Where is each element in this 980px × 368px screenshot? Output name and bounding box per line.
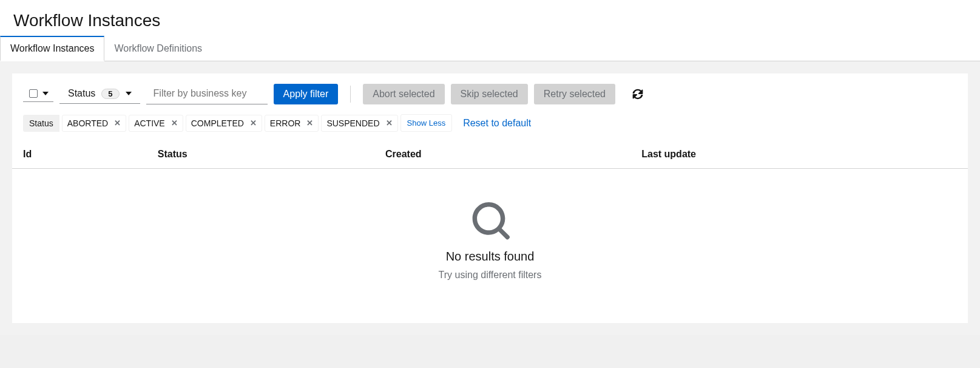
retry-selected-button[interactable]: Retry selected xyxy=(534,84,615,104)
status-filter-count-badge: 5 xyxy=(101,89,119,99)
refresh-icon[interactable] xyxy=(632,89,643,100)
chip-group-label: Status xyxy=(23,115,59,132)
skip-selected-button[interactable]: Skip selected xyxy=(451,84,528,104)
close-icon[interactable]: ✕ xyxy=(171,118,178,128)
results-table: Id Status Created Last update xyxy=(12,140,968,169)
bulk-select-dropdown[interactable] xyxy=(23,86,53,102)
chip-text: ACTIVE xyxy=(134,118,165,128)
close-icon[interactable]: ✕ xyxy=(306,118,313,128)
abort-selected-button[interactable]: Abort selected xyxy=(363,84,444,104)
toolbar-separator xyxy=(350,86,351,103)
business-key-input[interactable] xyxy=(146,83,268,104)
chip-active: ACTIVE ✕ xyxy=(129,115,183,132)
active-filter-chips: Status ABORTED ✕ ACTIVE ✕ COMPLETED ✕ E xyxy=(12,114,968,140)
chip-suspended: SUSPENDED ✕ xyxy=(321,115,397,132)
checkbox-icon xyxy=(29,89,38,98)
tabs: Workflow Instances Workflow Definitions xyxy=(0,35,980,61)
empty-state-subtitle: Try using different filters xyxy=(12,270,968,281)
chip-text: ABORTED xyxy=(67,118,108,128)
status-filter-dropdown[interactable]: Status 5 xyxy=(59,84,140,104)
empty-state: No results found Try using different fil… xyxy=(12,169,968,323)
chip-text: ERROR xyxy=(270,118,301,128)
close-icon[interactable]: ✕ xyxy=(114,118,121,128)
toolbar: Status 5 Apply filter Abort selected Ski… xyxy=(12,73,968,114)
close-icon[interactable]: ✕ xyxy=(386,118,393,128)
chip-error: ERROR ✕ xyxy=(265,115,319,132)
tab-workflow-definitions[interactable]: Workflow Definitions xyxy=(104,36,212,61)
chip-aborted: ABORTED ✕ xyxy=(62,115,126,132)
caret-down-icon xyxy=(42,92,49,95)
apply-filter-button[interactable]: Apply filter xyxy=(274,84,339,104)
tab-workflow-instances[interactable]: Workflow Instances xyxy=(0,36,104,61)
chip-text: COMPLETED xyxy=(191,118,244,128)
status-filter-label: Status xyxy=(68,88,95,99)
show-less-button[interactable]: Show Less xyxy=(400,114,453,132)
page-title: Workflow Instances xyxy=(13,11,967,30)
reset-to-default-link[interactable]: Reset to default xyxy=(463,118,531,129)
column-header-status[interactable]: Status xyxy=(147,140,374,169)
chip-text: SUSPENDED xyxy=(326,118,379,128)
search-icon xyxy=(471,202,510,241)
chip-completed: COMPLETED ✕ xyxy=(186,115,262,132)
column-header-created[interactable]: Created xyxy=(374,140,630,169)
column-header-last-update[interactable]: Last update xyxy=(630,140,968,169)
empty-state-title: No results found xyxy=(12,250,968,264)
close-icon[interactable]: ✕ xyxy=(250,118,257,128)
caret-down-icon xyxy=(126,92,132,95)
column-header-id[interactable]: Id xyxy=(12,140,147,169)
